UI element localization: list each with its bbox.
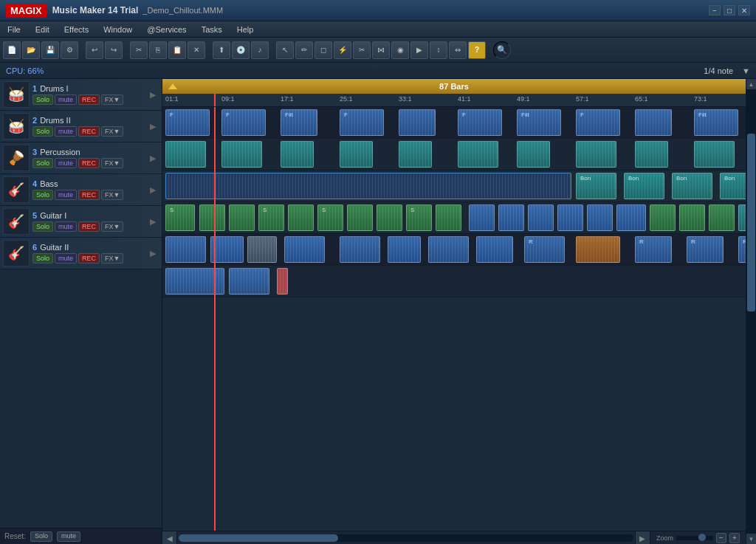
erase-tool[interactable]: ◻ (315, 41, 332, 59)
clip-4-14[interactable] (557, 204, 583, 231)
timeline[interactable]: 01:1 09:1 17:1 25:1 33:1 41:1 49:1 57:1 … (162, 94, 746, 107)
track-lane-1[interactable]: F F Filt F F Filt F Filt F (162, 107, 746, 139)
rec-btn-2[interactable]: REC (78, 126, 100, 137)
clip-1-10[interactable]: Filt (694, 109, 738, 136)
track-lane-2[interactable] (162, 139, 746, 171)
volume-tool[interactable]: ▶ (410, 41, 428, 59)
clip-1-6[interactable]: F (458, 109, 502, 136)
fx-btn-6[interactable]: FX▼ (101, 253, 123, 264)
clip-4-1[interactable]: S (165, 204, 195, 231)
reset-mute-btn[interactable]: mute (57, 531, 80, 542)
clip-4-13[interactable] (528, 204, 554, 231)
help-tool[interactable]: ? (468, 41, 486, 59)
menu-edit[interactable]: Edit (28, 21, 57, 37)
solo-btn-3[interactable]: Solo (32, 158, 53, 168)
clip-1-7[interactable]: Filt (517, 109, 561, 136)
reset-solo-btn[interactable]: Solo (30, 531, 52, 542)
clip-5-1[interactable] (165, 236, 206, 263)
clip-4-20[interactable] (738, 204, 746, 231)
clip-2-5[interactable] (399, 141, 432, 168)
rec-btn-6[interactable]: REC (78, 253, 100, 264)
clip-4-10[interactable] (436, 204, 461, 231)
clip-4-6[interactable]: S (317, 204, 343, 231)
paste-button[interactable]: 📋 (168, 41, 186, 59)
clip-5-4[interactable] (284, 236, 325, 263)
solo-btn-5[interactable]: Solo (32, 221, 53, 232)
clip-4-9[interactable]: S (406, 204, 432, 231)
pitch-tool[interactable]: ↕ (430, 41, 447, 59)
new-button[interactable]: 📄 (3, 41, 21, 59)
clip-6-1[interactable] (165, 268, 224, 295)
solo-btn-4[interactable]: Solo (32, 190, 53, 200)
clip-5-7[interactable] (428, 236, 469, 263)
timestretch-tool[interactable]: ⇔ (449, 41, 467, 59)
menu-file[interactable]: File (0, 21, 28, 37)
clip-3-5[interactable]: Bon (720, 173, 746, 199)
track-expand-4[interactable]: ▶ (147, 176, 159, 204)
mute-btn-3[interactable]: mute (55, 158, 77, 168)
solo-btn-1[interactable]: Solo (32, 94, 53, 105)
clip-4-11[interactable] (469, 204, 495, 231)
clip-4-17[interactable] (650, 204, 676, 231)
clip-5-3[interactable] (247, 236, 277, 263)
menu-tasks[interactable]: Tasks (194, 21, 230, 37)
zoom-in-btn[interactable]: + (729, 533, 740, 543)
clip-2-6[interactable] (458, 141, 498, 168)
track-expand-2[interactable]: ▶ (147, 112, 159, 140)
mute-btn-5[interactable]: mute (55, 221, 77, 232)
split-tool[interactable]: ⚡ (334, 41, 351, 59)
track-content[interactable]: F F Filt F F Filt F Filt F (162, 107, 746, 531)
clip-2-1[interactable] (165, 141, 206, 168)
disk-button[interactable]: ⚙ (61, 41, 78, 59)
fx-btn-4[interactable]: FX▼ (101, 190, 123, 200)
clip-5-8[interactable] (476, 236, 513, 263)
export-button[interactable]: ⬆ (213, 41, 230, 59)
clip-1-4[interactable]: F (340, 109, 384, 136)
clip-1-9[interactable] (635, 109, 672, 136)
maximize-button[interactable]: □ (724, 5, 735, 16)
midi-button[interactable]: ♪ (251, 41, 269, 59)
track-lane-6[interactable] (162, 266, 746, 297)
clip-5-13[interactable]: R (738, 236, 746, 263)
solo-btn-2[interactable]: Solo (32, 126, 53, 137)
rec-btn-5[interactable]: REC (78, 221, 100, 232)
mute-btn-6[interactable]: mute (55, 253, 77, 264)
vscroll-up-btn[interactable]: ▲ (746, 79, 756, 89)
minimize-button[interactable]: − (709, 5, 721, 16)
save-button[interactable]: 💾 (41, 41, 59, 59)
clip-4-16[interactable] (616, 204, 646, 231)
scroll-right-btn[interactable]: ▶ (635, 531, 650, 544)
fx-btn-5[interactable]: FX▼ (101, 221, 123, 232)
track-expand-5[interactable]: ▶ (147, 207, 159, 235)
scissors-tool[interactable]: ✂ (353, 41, 371, 59)
clip-2-3[interactable] (281, 141, 314, 168)
zoom-out-btn[interactable]: − (716, 533, 726, 543)
fx-btn-2[interactable]: FX▼ (101, 126, 123, 137)
clip-5-6[interactable] (388, 236, 421, 263)
track-lane-4[interactable]: S S S S S D (162, 202, 746, 234)
vscroll-down-btn[interactable]: ▼ (746, 534, 756, 544)
burn-button[interactable]: 💿 (232, 41, 250, 59)
note-dropdown[interactable]: ▼ (742, 66, 750, 75)
clip-5-5[interactable] (340, 236, 380, 263)
clip-5-9[interactable]: R (524, 236, 565, 263)
track-lane-5[interactable]: R R R R (162, 234, 746, 266)
redo-button[interactable]: ↪ (105, 41, 123, 59)
select-tool[interactable]: ↖ (276, 41, 294, 59)
clip-4-2[interactable] (199, 204, 225, 231)
scroll-left-btn[interactable]: ◀ (162, 531, 177, 544)
close-button[interactable]: ✕ (738, 5, 750, 16)
delete-button[interactable]: ✕ (188, 41, 205, 59)
clip-4-3[interactable] (229, 204, 255, 231)
clip-5-11[interactable]: R (635, 236, 672, 263)
search-button[interactable]: 🔍 (493, 41, 511, 59)
clip-4-15[interactable] (587, 204, 613, 231)
clip-5-2[interactable] (210, 236, 244, 263)
copy-button[interactable]: ⎘ (149, 41, 167, 59)
clip-4-19[interactable] (709, 204, 735, 231)
clip-2-10[interactable] (694, 141, 735, 168)
clip-4-7[interactable] (347, 204, 373, 231)
track-expand-3[interactable]: ▶ (147, 144, 159, 172)
mute-btn-1[interactable]: mute (55, 94, 77, 105)
clip-1-2[interactable]: F (221, 109, 266, 136)
